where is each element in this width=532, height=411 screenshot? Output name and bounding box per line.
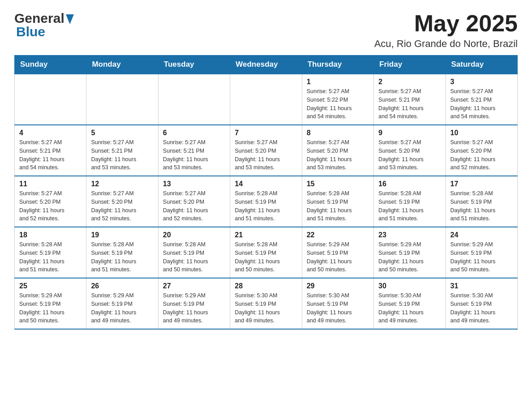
calendar-week-row: 25Sunrise: 5:29 AM Sunset: 5:19 PM Dayli… bbox=[15, 278, 518, 329]
calendar-cell: 7Sunrise: 5:27 AM Sunset: 5:20 PM Daylig… bbox=[230, 125, 302, 176]
location-subtitle: Acu, Rio Grande do Norte, Brazil bbox=[374, 38, 518, 50]
day-info: Sunrise: 5:27 AM Sunset: 5:21 PM Dayligh… bbox=[19, 138, 82, 172]
calendar-cell: 13Sunrise: 5:27 AM Sunset: 5:20 PM Dayli… bbox=[158, 176, 230, 227]
calendar-cell: 25Sunrise: 5:29 AM Sunset: 5:19 PM Dayli… bbox=[15, 278, 86, 329]
day-info: Sunrise: 5:28 AM Sunset: 5:19 PM Dayligh… bbox=[19, 240, 82, 274]
logo-blue-text: Blue bbox=[16, 24, 45, 39]
day-number: 12 bbox=[91, 180, 153, 188]
day-info: Sunrise: 5:28 AM Sunset: 5:19 PM Dayligh… bbox=[235, 240, 297, 274]
day-info: Sunrise: 5:27 AM Sunset: 5:20 PM Dayligh… bbox=[163, 189, 225, 223]
day-info: Sunrise: 5:27 AM Sunset: 5:21 PM Dayligh… bbox=[91, 138, 153, 172]
calendar-cell: 18Sunrise: 5:28 AM Sunset: 5:19 PM Dayli… bbox=[15, 227, 86, 278]
day-number: 1 bbox=[307, 78, 369, 86]
day-info: Sunrise: 5:29 AM Sunset: 5:19 PM Dayligh… bbox=[307, 240, 369, 274]
day-number: 5 bbox=[91, 129, 153, 137]
calendar-cell: 6Sunrise: 5:27 AM Sunset: 5:21 PM Daylig… bbox=[158, 125, 230, 176]
day-info: Sunrise: 5:29 AM Sunset: 5:19 PM Dayligh… bbox=[19, 291, 82, 325]
day-number: 6 bbox=[163, 129, 225, 137]
day-info: Sunrise: 5:28 AM Sunset: 5:19 PM Dayligh… bbox=[91, 240, 153, 274]
calendar-cell: 15Sunrise: 5:28 AM Sunset: 5:19 PM Dayli… bbox=[302, 176, 373, 227]
calendar-cell: 20Sunrise: 5:28 AM Sunset: 5:19 PM Dayli… bbox=[158, 227, 230, 278]
calendar-cell: 9Sunrise: 5:27 AM Sunset: 5:20 PM Daylig… bbox=[374, 125, 446, 176]
day-info: Sunrise: 5:30 AM Sunset: 5:19 PM Dayligh… bbox=[235, 291, 297, 325]
day-number: 26 bbox=[91, 282, 153, 290]
calendar-table: SundayMondayTuesdayWednesdayThursdayFrid… bbox=[14, 55, 518, 330]
day-number: 18 bbox=[19, 231, 82, 239]
day-number: 23 bbox=[378, 231, 441, 239]
day-info: Sunrise: 5:29 AM Sunset: 5:19 PM Dayligh… bbox=[450, 240, 513, 274]
month-title: May 2025 bbox=[374, 11, 518, 36]
logo: General Blue bbox=[14, 11, 74, 39]
calendar-cell: 22Sunrise: 5:29 AM Sunset: 5:19 PM Dayli… bbox=[302, 227, 373, 278]
calendar-cell bbox=[86, 74, 158, 125]
day-info: Sunrise: 5:27 AM Sunset: 5:22 PM Dayligh… bbox=[307, 87, 369, 121]
calendar-cell: 31Sunrise: 5:30 AM Sunset: 5:19 PM Dayli… bbox=[446, 278, 517, 329]
logo-general-text: General bbox=[14, 11, 64, 26]
calendar-cell: 2Sunrise: 5:27 AM Sunset: 5:21 PM Daylig… bbox=[374, 74, 446, 125]
calendar-cell: 17Sunrise: 5:28 AM Sunset: 5:19 PM Dayli… bbox=[446, 176, 517, 227]
day-number: 14 bbox=[235, 180, 297, 188]
calendar-week-row: 4Sunrise: 5:27 AM Sunset: 5:21 PM Daylig… bbox=[15, 125, 518, 176]
calendar-cell: 3Sunrise: 5:27 AM Sunset: 5:21 PM Daylig… bbox=[446, 74, 517, 125]
day-info: Sunrise: 5:27 AM Sunset: 5:20 PM Dayligh… bbox=[235, 138, 297, 172]
day-info: Sunrise: 5:27 AM Sunset: 5:21 PM Dayligh… bbox=[450, 87, 513, 121]
day-info: Sunrise: 5:29 AM Sunset: 5:19 PM Dayligh… bbox=[163, 291, 225, 325]
day-number: 9 bbox=[378, 129, 441, 137]
day-number: 7 bbox=[235, 129, 297, 137]
day-info: Sunrise: 5:29 AM Sunset: 5:19 PM Dayligh… bbox=[378, 240, 441, 274]
calendar-header-monday: Monday bbox=[86, 56, 158, 74]
calendar-cell: 30Sunrise: 5:30 AM Sunset: 5:19 PM Dayli… bbox=[374, 278, 446, 329]
day-number: 17 bbox=[450, 180, 513, 188]
calendar-cell bbox=[230, 74, 302, 125]
day-info: Sunrise: 5:30 AM Sunset: 5:19 PM Dayligh… bbox=[450, 291, 513, 325]
calendar-header-friday: Friday bbox=[374, 56, 446, 74]
calendar-week-row: 1Sunrise: 5:27 AM Sunset: 5:22 PM Daylig… bbox=[15, 74, 518, 125]
calendar-week-row: 11Sunrise: 5:27 AM Sunset: 5:20 PM Dayli… bbox=[15, 176, 518, 227]
day-number: 3 bbox=[450, 78, 513, 86]
day-number: 8 bbox=[307, 129, 369, 137]
day-info: Sunrise: 5:27 AM Sunset: 5:20 PM Dayligh… bbox=[378, 138, 441, 172]
calendar-cell: 10Sunrise: 5:27 AM Sunset: 5:20 PM Dayli… bbox=[446, 125, 517, 176]
day-info: Sunrise: 5:29 AM Sunset: 5:19 PM Dayligh… bbox=[91, 291, 153, 325]
day-number: 21 bbox=[235, 231, 297, 239]
day-number: 31 bbox=[450, 282, 513, 290]
calendar-cell: 24Sunrise: 5:29 AM Sunset: 5:19 PM Dayli… bbox=[446, 227, 517, 278]
day-info: Sunrise: 5:27 AM Sunset: 5:21 PM Dayligh… bbox=[163, 138, 225, 172]
day-info: Sunrise: 5:28 AM Sunset: 5:19 PM Dayligh… bbox=[450, 189, 513, 223]
day-info: Sunrise: 5:27 AM Sunset: 5:20 PM Dayligh… bbox=[91, 189, 153, 223]
calendar-cell: 21Sunrise: 5:28 AM Sunset: 5:19 PM Dayli… bbox=[230, 227, 302, 278]
calendar-cell: 26Sunrise: 5:29 AM Sunset: 5:19 PM Dayli… bbox=[86, 278, 158, 329]
calendar-cell: 23Sunrise: 5:29 AM Sunset: 5:19 PM Dayli… bbox=[374, 227, 446, 278]
day-info: Sunrise: 5:27 AM Sunset: 5:20 PM Dayligh… bbox=[307, 138, 369, 172]
day-number: 27 bbox=[163, 282, 225, 290]
day-number: 11 bbox=[19, 180, 82, 188]
day-info: Sunrise: 5:30 AM Sunset: 5:19 PM Dayligh… bbox=[307, 291, 369, 325]
calendar-cell bbox=[15, 74, 86, 125]
day-info: Sunrise: 5:30 AM Sunset: 5:19 PM Dayligh… bbox=[378, 291, 441, 325]
calendar-cell: 16Sunrise: 5:28 AM Sunset: 5:19 PM Dayli… bbox=[374, 176, 446, 227]
day-info: Sunrise: 5:28 AM Sunset: 5:19 PM Dayligh… bbox=[163, 240, 225, 274]
calendar-cell: 29Sunrise: 5:30 AM Sunset: 5:19 PM Dayli… bbox=[302, 278, 373, 329]
calendar-cell: 8Sunrise: 5:27 AM Sunset: 5:20 PM Daylig… bbox=[302, 125, 373, 176]
calendar-cell: 1Sunrise: 5:27 AM Sunset: 5:22 PM Daylig… bbox=[302, 74, 373, 125]
day-info: Sunrise: 5:28 AM Sunset: 5:19 PM Dayligh… bbox=[307, 189, 369, 223]
calendar-cell bbox=[158, 74, 230, 125]
calendar-cell: 12Sunrise: 5:27 AM Sunset: 5:20 PM Dayli… bbox=[86, 176, 158, 227]
calendar-header-thursday: Thursday bbox=[302, 56, 373, 74]
calendar-header-saturday: Saturday bbox=[446, 56, 517, 74]
day-number: 30 bbox=[378, 282, 441, 290]
day-number: 15 bbox=[307, 180, 369, 188]
calendar-header-wednesday: Wednesday bbox=[230, 56, 302, 74]
title-section: May 2025 Acu, Rio Grande do Norte, Brazi… bbox=[374, 11, 518, 50]
day-number: 2 bbox=[378, 78, 441, 86]
calendar-cell: 28Sunrise: 5:30 AM Sunset: 5:19 PM Dayli… bbox=[230, 278, 302, 329]
day-number: 19 bbox=[91, 231, 153, 239]
calendar-cell: 19Sunrise: 5:28 AM Sunset: 5:19 PM Dayli… bbox=[86, 227, 158, 278]
day-number: 24 bbox=[450, 231, 513, 239]
day-number: 29 bbox=[307, 282, 369, 290]
day-number: 28 bbox=[235, 282, 297, 290]
day-number: 16 bbox=[378, 180, 441, 188]
calendar-cell: 27Sunrise: 5:29 AM Sunset: 5:19 PM Dayli… bbox=[158, 278, 230, 329]
calendar-cell: 14Sunrise: 5:28 AM Sunset: 5:19 PM Dayli… bbox=[230, 176, 302, 227]
day-number: 4 bbox=[19, 129, 82, 137]
